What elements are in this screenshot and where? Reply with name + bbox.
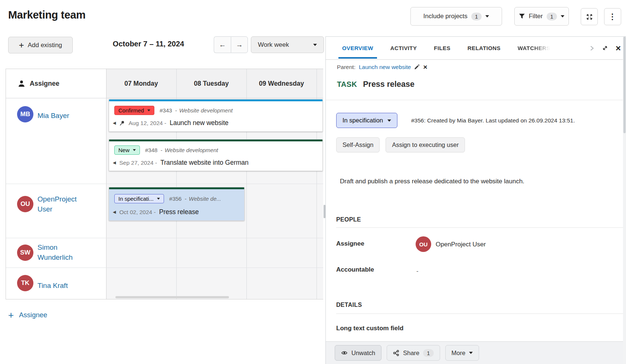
add-existing-button[interactable]: + Add existing	[8, 37, 73, 53]
plus-icon: +	[8, 310, 14, 320]
name-line: Wunderlich	[37, 252, 73, 262]
view-mode-select[interactable]: Work week	[251, 36, 324, 53]
work-package-type[interactable]: TASK	[337, 80, 357, 89]
avatar[interactable]: SW	[17, 245, 33, 261]
tab-activity[interactable]: ACTIVITY	[390, 37, 417, 59]
name-line: OpenProject	[37, 194, 77, 204]
include-projects-count: 1	[471, 13, 482, 20]
people-section-heading: PEOPLE	[336, 216, 361, 223]
accountable-field-label[interactable]: Accountable	[336, 266, 374, 273]
tab-files[interactable]: FILES	[434, 37, 450, 59]
filter-button[interactable]: Filter 1	[514, 7, 569, 26]
start-date: Aug 12, 2024 -	[128, 120, 166, 127]
tab-overview[interactable]: OVERVIEW	[342, 37, 373, 59]
accountable-field-value[interactable]: -	[416, 268, 419, 275]
tab-watchers[interactable]: WATCHERS	[518, 37, 550, 59]
assignee-name-openproject-user[interactable]: OpenProject User	[37, 194, 77, 214]
close-panel-icon[interactable]: ×	[616, 44, 621, 53]
details-tab-bar: OVERVIEW ACTIVITY FILES RELATIONS WATCHE…	[326, 37, 626, 60]
chevron-down-icon	[157, 198, 160, 200]
card-status-bar	[109, 140, 322, 141]
chevron-down-icon	[485, 15, 489, 17]
work-package-subject[interactable]: Press release	[363, 80, 414, 89]
team-planner-grid: Assignee 07 Monday 08 Tuesday 09 Wednesd…	[6, 69, 323, 299]
more-menu-button[interactable]: ⋮	[604, 8, 621, 25]
kebab-icon: ⋮	[609, 12, 617, 21]
starts-earlier-icon: ◀	[113, 160, 116, 165]
start-date: Sep 27, 2024 -	[119, 160, 157, 166]
day-header-monday: 07 Monday	[106, 69, 176, 98]
avatar[interactable]: MB	[17, 106, 33, 122]
team-planner-page: Marketing team + Add existing October 7 …	[0, 0, 626, 364]
share-label: Share	[403, 350, 419, 357]
parent-label: Parent:	[337, 64, 355, 70]
edit-parent-icon[interactable]	[414, 64, 420, 70]
unwatch-button[interactable]: Unwatch	[335, 345, 381, 361]
eye-icon	[341, 350, 348, 356]
card-status-bar	[109, 187, 244, 189]
pin-icon	[119, 120, 125, 126]
avatar[interactable]: OU	[17, 196, 33, 212]
status-dropdown-confirmed[interactable]: Confirmed	[114, 106, 154, 115]
assignee-field-value[interactable]: OpenProject User	[436, 241, 486, 248]
row-divider	[6, 268, 323, 268]
id-text: #343	[160, 107, 172, 114]
share-button[interactable]: Share 1	[387, 345, 440, 361]
remove-parent-icon[interactable]: ×	[423, 63, 427, 70]
include-projects-button[interactable]: Include projects 1	[410, 7, 502, 26]
tabs-scroll-right-chevron[interactable]	[589, 45, 594, 52]
horizontal-scrollbar[interactable]	[115, 296, 229, 298]
arrow-right-icon: →	[236, 41, 243, 49]
chevron-down-icon	[147, 109, 150, 111]
parent-link[interactable]: Launch new website	[359, 64, 411, 70]
more-button[interactable]: More	[445, 345, 479, 361]
card-status-bar	[109, 99, 322, 101]
filter-count: 1	[547, 13, 557, 20]
work-package-details-panel: OVERVIEW ACTIVITY FILES RELATIONS WATCHE…	[325, 36, 626, 364]
work-package-id: #356 -	[169, 196, 187, 202]
work-package-card-348[interactable]: New #348 - Website development ◀ Sep 27,…	[109, 139, 323, 171]
assignee-column-header: Assignee	[6, 69, 106, 98]
panel-scrollbar[interactable]	[623, 37, 626, 364]
expand-panel-icon[interactable]	[602, 45, 608, 51]
self-assign-button[interactable]: Self-Assign	[336, 137, 380, 153]
assignee-name-simon-wunderlich[interactable]: Simon Wunderlich	[37, 242, 73, 262]
assign-actions: Self-Assign Assign to executing user	[336, 137, 465, 153]
status-label: New	[118, 147, 130, 153]
assignee-name-mia-bayer[interactable]: Mia Bayer	[37, 111, 69, 121]
long-text-custom-field-label[interactable]: Long text custom field	[336, 325, 403, 332]
next-week-button[interactable]: →	[231, 36, 248, 53]
starts-earlier-icon: ◀	[113, 121, 116, 125]
starts-earlier-icon: ◀	[113, 210, 116, 214]
plus-icon: +	[19, 41, 24, 50]
status-dropdown-button[interactable]: In specification	[336, 113, 397, 128]
divider	[326, 100, 626, 100]
separator: -	[161, 147, 163, 153]
filter-label: Filter	[529, 13, 543, 20]
chevron-down-icon	[469, 352, 473, 354]
parent-row: Parent: Launch new website ×	[337, 63, 427, 70]
separator: -	[185, 196, 187, 202]
work-package-meta: #356: Created by Mia Bayer. Last updated…	[411, 117, 575, 124]
panel-scrollbar-thumb[interactable]	[623, 37, 626, 133]
work-package-description[interactable]: Draft and publish a press release dedica…	[340, 178, 524, 185]
add-assignee-button[interactable]: + Assignee	[8, 310, 47, 320]
work-package-card-343[interactable]: Confirmed #343 - Website development ◀ A…	[109, 99, 323, 132]
assign-to-executing-user-button[interactable]: Assign to executing user	[386, 137, 465, 153]
assignee-field-label[interactable]: Assignee	[336, 240, 364, 247]
row-divider	[6, 98, 323, 98]
status-dropdown-in-specification[interactable]: In specificati...	[114, 194, 164, 203]
assignee-name-tina-kraft[interactable]: Tina Kraft	[37, 281, 68, 291]
work-package-card-356[interactable]: In specificati... #356 - Website de... ◀…	[109, 187, 245, 221]
column-divider	[106, 69, 106, 299]
previous-week-button[interactable]: ←	[214, 36, 231, 53]
avatar[interactable]: TK	[17, 275, 33, 291]
fullscreen-button[interactable]	[581, 8, 598, 25]
status-dropdown-new[interactable]: New	[114, 145, 140, 155]
project-name: Website development	[179, 107, 233, 114]
chevron-down-icon	[313, 44, 317, 46]
project-name: Website development	[165, 147, 218, 153]
work-package-title: Launch new website	[170, 119, 229, 127]
share-icon	[393, 350, 399, 356]
tab-relations[interactable]: RELATIONS	[468, 37, 501, 59]
